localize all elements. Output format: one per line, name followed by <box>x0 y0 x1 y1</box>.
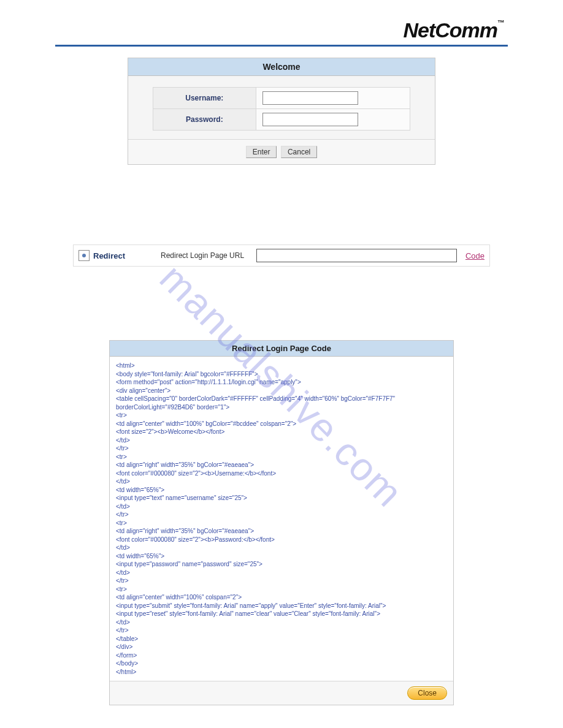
redirect-field-label: Redirect Login Page URL <box>161 251 244 260</box>
enter-button[interactable]: Enter <box>246 146 277 158</box>
password-input[interactable] <box>262 113 358 126</box>
radio-selected-icon <box>82 254 86 257</box>
welcome-panel: Welcome Username: Password: Enter <box>128 58 435 165</box>
close-button[interactable]: Close <box>407 686 447 700</box>
login-form-table: Username: Password: <box>153 87 410 131</box>
welcome-title: Welcome <box>128 58 435 76</box>
redirect-url-input[interactable] <box>256 249 457 262</box>
welcome-footer: Enter Cancel <box>128 139 435 164</box>
code-panel: Redirect Login Page Code <html> <body st… <box>109 340 454 705</box>
code-footer: Close <box>110 681 453 705</box>
username-label: Username: <box>153 88 256 109</box>
redirect-row: Redirect Redirect Login Page URL Code <box>73 245 490 267</box>
password-row: Password: <box>153 109 410 131</box>
code-body: <html> <body style="font-family: Arial" … <box>110 357 453 681</box>
username-input[interactable] <box>262 91 358 105</box>
username-cell <box>256 88 410 109</box>
code-panel-title: Redirect Login Page Code <box>110 341 453 357</box>
redirect-radio[interactable] <box>79 250 90 261</box>
username-row: Username: <box>153 88 410 109</box>
cancel-button[interactable]: Cancel <box>281 146 317 158</box>
password-cell <box>256 109 410 131</box>
password-label: Password: <box>153 109 256 131</box>
brand-logo: NetComm™ <box>55 18 508 42</box>
brand-name: NetComm <box>403 18 497 42</box>
page-root: NetComm™ Welcome Username: Password: <box>0 0 563 728</box>
code-link[interactable]: Code <box>465 251 484 260</box>
brand-tm: ™ <box>497 18 504 27</box>
header-rule <box>55 45 508 47</box>
welcome-body: Username: Password: <box>128 76 435 139</box>
redirect-option-label: Redirect <box>93 251 155 260</box>
